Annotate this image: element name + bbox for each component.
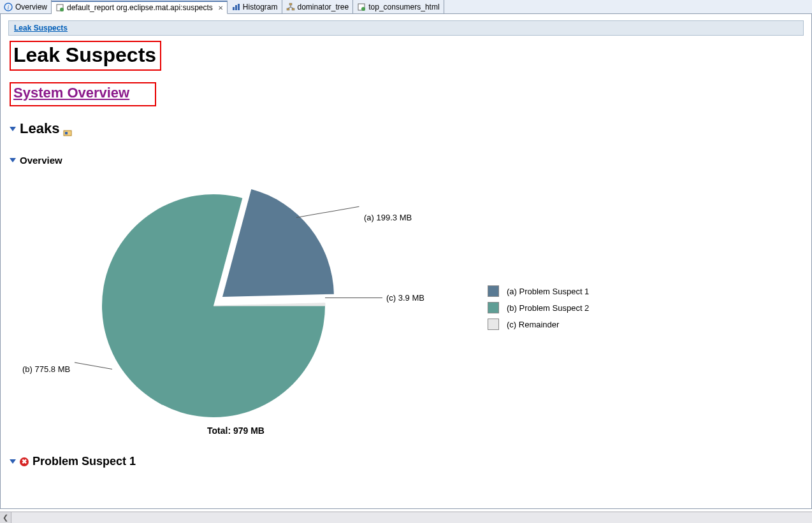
info-icon: i <box>4 3 13 11</box>
callout-label: (c) 3.9 MB <box>386 293 424 303</box>
svg-point-11 <box>361 7 365 11</box>
tab-label: Overview <box>15 3 47 11</box>
section-leaks-header[interactable]: Leaks <box>10 120 802 137</box>
tab-label: top_consumers_html <box>368 3 439 11</box>
section-problem-suspect-1-header[interactable]: ✖ Problem Suspect 1 <box>10 455 802 468</box>
svg-rect-6 <box>238 4 240 10</box>
swatch-icon <box>488 319 499 330</box>
section-overview-header[interactable]: Overview <box>10 155 802 166</box>
callout-c: (c) 3.9 MB <box>325 293 424 303</box>
svg-rect-13 <box>65 132 68 134</box>
report-icon <box>55 3 64 12</box>
callout-a: (a) 199.3 MB <box>296 213 412 222</box>
svg-rect-5 <box>235 5 237 10</box>
horizontal-scrollbar[interactable]: ❮ <box>0 512 812 523</box>
pie-slice-c <box>214 303 325 306</box>
breadcrumb: Leak Suspects <box>8 20 804 36</box>
legend-item-c: (c) Remainder <box>488 319 589 330</box>
legend-item-b: (b) Problem Suspect 2 <box>488 302 589 313</box>
editor-content: Leak Suspects Leak Suspects System Overv… <box>0 14 812 509</box>
section-title: Leaks <box>20 120 59 137</box>
tab-histogram[interactable]: Histogram <box>228 0 282 13</box>
histogram-icon <box>231 3 240 11</box>
close-icon[interactable]: ✕ <box>215 4 223 11</box>
chevron-down-icon[interactable] <box>10 158 16 162</box>
svg-rect-7 <box>289 3 292 5</box>
section-title: Overview <box>20 155 62 166</box>
pie-chart: (a) 199.3 MB (c) 3.9 MB (b) 775.8 MB Tot… <box>10 172 802 440</box>
legend-item-a: (a) Problem Suspect 1 <box>488 285 589 297</box>
svg-rect-9 <box>292 8 294 10</box>
chevron-down-icon[interactable] <box>10 459 16 464</box>
tree-icon <box>286 3 295 11</box>
svg-text:i: i <box>8 4 10 11</box>
scroll-left-arrow-icon[interactable]: ❮ <box>0 512 11 523</box>
legend-label: (b) Problem Suspect 2 <box>507 303 589 313</box>
tab-default-report[interactable]: default_report org.eclipse.mat.api:suspe… <box>52 1 228 14</box>
tab-overview[interactable]: i Overview <box>0 0 52 13</box>
error-icon: ✖ <box>20 457 29 466</box>
chart-total: Total: 979 MB <box>207 426 265 436</box>
page-title: Leak Suspects <box>10 41 161 71</box>
swatch-icon <box>488 285 499 297</box>
svg-rect-4 <box>233 7 235 10</box>
swatch-icon <box>488 302 499 313</box>
report-icon <box>357 3 366 11</box>
callout-label: (a) 199.3 MB <box>364 213 412 222</box>
svg-rect-8 <box>287 8 289 10</box>
tab-dominator-tree[interactable]: dominator_tree <box>282 0 354 13</box>
section-title: Problem Suspect 1 <box>33 455 136 468</box>
legend-label: (a) Problem Suspect 1 <box>507 287 589 296</box>
system-overview-link[interactable]: System Overview <box>10 82 156 106</box>
chart-legend: (a) Problem Suspect 1 (b) Problem Suspec… <box>488 280 589 335</box>
chevron-down-icon[interactable] <box>10 127 16 131</box>
svg-point-3 <box>60 8 64 11</box>
tab-label: dominator_tree <box>298 3 349 11</box>
leak-icon <box>63 124 72 133</box>
tab-label: Histogram <box>243 3 278 11</box>
tab-label: default_report org.eclipse.mat.api:suspe… <box>67 3 213 12</box>
editor-tab-bar: i Overview default_report org.eclipse.ma… <box>0 0 812 14</box>
callout-label: (b) 775.8 MB <box>22 364 70 374</box>
tab-top-consumers[interactable]: top_consumers_html <box>353 0 444 13</box>
legend-label: (c) Remainder <box>507 320 559 329</box>
breadcrumb-link[interactable]: Leak Suspects <box>14 24 68 32</box>
callout-b: (b) 775.8 MB <box>22 364 112 374</box>
